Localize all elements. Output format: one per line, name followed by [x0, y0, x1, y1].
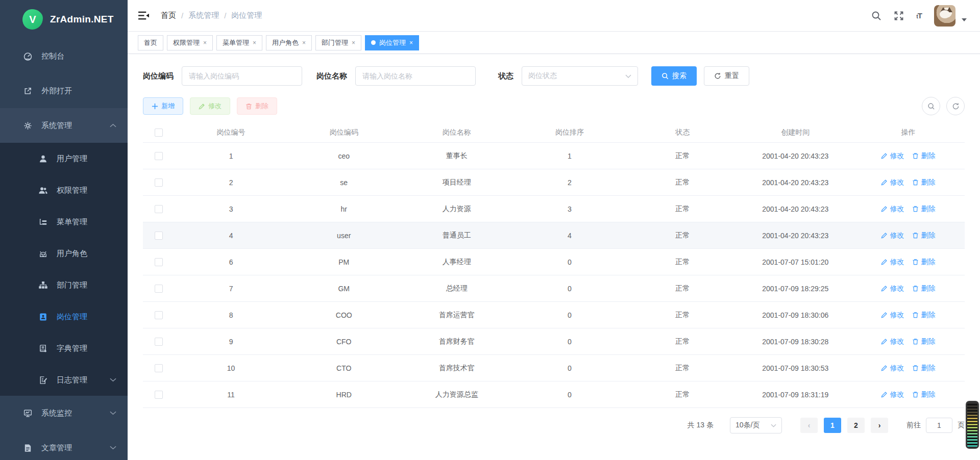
sidebar-item-label: 用户角色 [57, 249, 87, 259]
cell-status: 正常 [626, 311, 739, 320]
edit-link[interactable]: 修改 [881, 311, 904, 320]
table-row[interactable]: 3 hr 人力资源 3 正常 2001-04-20 20:43:23 修改 删除 [143, 196, 965, 222]
row-checkbox[interactable] [155, 152, 163, 160]
breadcrumb-home[interactable]: 首页 [161, 11, 176, 20]
delete-link[interactable]: 删除 [912, 258, 935, 267]
caret-down-icon[interactable] [962, 18, 967, 21]
sidebar-item-log-management[interactable]: 日志管理 [0, 364, 128, 396]
edit-link[interactable]: 修改 [881, 258, 904, 267]
sidebar-item-post-management[interactable]: 岗位管理 [0, 301, 128, 333]
close-icon[interactable]: × [203, 39, 207, 46]
add-button[interactable]: 新增 [143, 97, 183, 115]
edit-link[interactable]: 修改 [881, 231, 904, 240]
fullscreen-icon[interactable] [894, 11, 904, 21]
row-checkbox[interactable] [155, 178, 163, 187]
delete-link[interactable]: 删除 [912, 178, 935, 187]
search-icon[interactable] [871, 11, 881, 21]
delete-link[interactable]: 删除 [912, 205, 935, 214]
row-checkbox[interactable] [155, 391, 163, 399]
tab-user-role[interactable]: 用户角色 × [266, 35, 312, 50]
table-row[interactable]: 6 PM 人事经理 0 正常 2001-07-07 15:01:20 修改 删除 [143, 249, 965, 275]
edit-link[interactable]: 修改 [881, 284, 904, 293]
row-checkbox[interactable] [155, 311, 163, 319]
table-row[interactable]: 10 CTO 首席技术官 0 正常 2001-07-09 18:30:53 修改… [143, 355, 965, 381]
page-size-select[interactable]: 10条/页 [730, 417, 782, 433]
tab-permission[interactable]: 权限管理 × [167, 35, 213, 50]
cell-created-time: 2001-07-09 18:29:25 [739, 285, 852, 293]
post-name-input[interactable] [355, 66, 476, 86]
row-checkbox[interactable] [155, 205, 163, 213]
tab-home[interactable]: 首页 [138, 35, 163, 50]
search-button[interactable]: 搜索 [651, 66, 697, 86]
select-all-checkbox[interactable] [155, 129, 163, 137]
collapse-sidebar-icon[interactable] [138, 11, 150, 20]
refresh-icon[interactable] [946, 97, 965, 115]
app-logo[interactable]: V ZrAdmin.NET [0, 0, 128, 39]
sidebar-item-system-monitoring[interactable]: 系统监控 [0, 396, 128, 430]
edit-button[interactable]: 修改 [190, 97, 230, 115]
font-size-icon[interactable]: tT [916, 11, 922, 20]
cell-post-sort: 1 [513, 152, 626, 160]
close-icon[interactable]: × [302, 39, 306, 46]
tab-post[interactable]: 岗位管理 × [365, 35, 419, 50]
row-checkbox[interactable] [155, 285, 163, 293]
close-icon[interactable]: × [352, 39, 355, 46]
user-icon [38, 154, 48, 164]
show-search-icon[interactable] [922, 97, 940, 115]
tab-department[interactable]: 部门管理 × [315, 35, 361, 50]
edit-link[interactable]: 修改 [881, 178, 904, 187]
status-select[interactable]: 岗位状态 [522, 66, 638, 86]
cell-status: 正常 [626, 364, 739, 373]
reset-button[interactable]: 重置 [704, 66, 749, 86]
sidebar-item-label: 部门管理 [57, 280, 87, 290]
page-button-2[interactable]: 2 [847, 418, 865, 433]
cell-post-name: 总经理 [400, 284, 513, 293]
table-row[interactable]: 9 CFO 首席财务官 0 正常 2001-07-09 18:30:28 修改 … [143, 328, 965, 355]
post-code-input[interactable] [182, 66, 302, 86]
table-row[interactable]: 2 se 项目经理 2 正常 2001-04-20 20:43:23 修改 删除 [143, 169, 965, 196]
delete-link[interactable]: 删除 [912, 337, 935, 346]
table-row[interactable]: 8 COO 首席运营官 0 正常 2001-07-09 18:30:06 修改 … [143, 302, 965, 328]
table-row[interactable]: 7 GM 总经理 0 正常 2001-07-09 18:29:25 修改 删除 [143, 275, 965, 302]
sidebar-item-user-role[interactable]: 用户角色 [0, 238, 128, 269]
sidebar-item-user-management[interactable]: 用户管理 [0, 143, 128, 174]
edit-link[interactable]: 修改 [881, 205, 904, 214]
cell-post-sort: 3 [513, 205, 626, 213]
tab-menu[interactable]: 菜单管理 × [216, 35, 262, 50]
table-tools [922, 97, 965, 115]
sidebar-item-dictionary-management[interactable]: 字典管理 [0, 333, 128, 364]
table-row[interactable]: 4 user 普通员工 4 正常 2001-04-20 20:43:23 修改 … [143, 222, 965, 249]
edit-link[interactable]: 修改 [881, 337, 904, 346]
delete-link[interactable]: 删除 [912, 151, 935, 161]
close-icon[interactable]: × [253, 39, 256, 46]
prev-page-button[interactable]: ‹ [800, 418, 818, 433]
edit-link[interactable]: 修改 [881, 364, 904, 373]
table-row[interactable]: 1 ceo 董事长 1 正常 2001-04-20 20:43:23 修改 删除 [143, 143, 965, 169]
sidebar-item-system-management[interactable]: 系统管理 [0, 108, 128, 143]
delete-link[interactable]: 删除 [912, 390, 935, 399]
row-checkbox[interactable] [155, 364, 163, 372]
sidebar-item-external-open[interactable]: 外部打开 [0, 73, 128, 108]
next-page-button[interactable]: › [871, 418, 888, 433]
delete-link[interactable]: 删除 [912, 284, 935, 293]
cell-post-id: 7 [175, 285, 287, 293]
delete-button[interactable]: 删除 [237, 97, 277, 115]
table-row[interactable]: 11 HRD 人力资源总监 0 正常 2001-07-09 18:31:19 修… [143, 381, 965, 408]
row-checkbox[interactable] [155, 338, 163, 346]
edit-link[interactable]: 修改 [881, 151, 904, 161]
avatar[interactable] [934, 5, 955, 27]
delete-link[interactable]: 删除 [912, 364, 935, 373]
sidebar-item-menu-management[interactable]: 菜单管理 [0, 206, 128, 238]
row-checkbox[interactable] [155, 232, 163, 240]
goto-page-input[interactable] [926, 418, 952, 433]
sidebar-item-article-management[interactable]: 文章管理 [0, 430, 128, 460]
row-checkbox[interactable] [155, 258, 163, 266]
edit-link[interactable]: 修改 [881, 390, 904, 399]
delete-link[interactable]: 删除 [912, 231, 935, 240]
sidebar-item-permission-management[interactable]: 权限管理 [0, 174, 128, 206]
sidebar-item-department-management[interactable]: 部门管理 [0, 269, 128, 301]
sidebar-item-dashboard[interactable]: 控制台 [0, 39, 128, 73]
close-icon[interactable]: × [409, 39, 413, 46]
page-button-1[interactable]: 1 [824, 418, 841, 433]
delete-link[interactable]: 删除 [912, 311, 935, 320]
